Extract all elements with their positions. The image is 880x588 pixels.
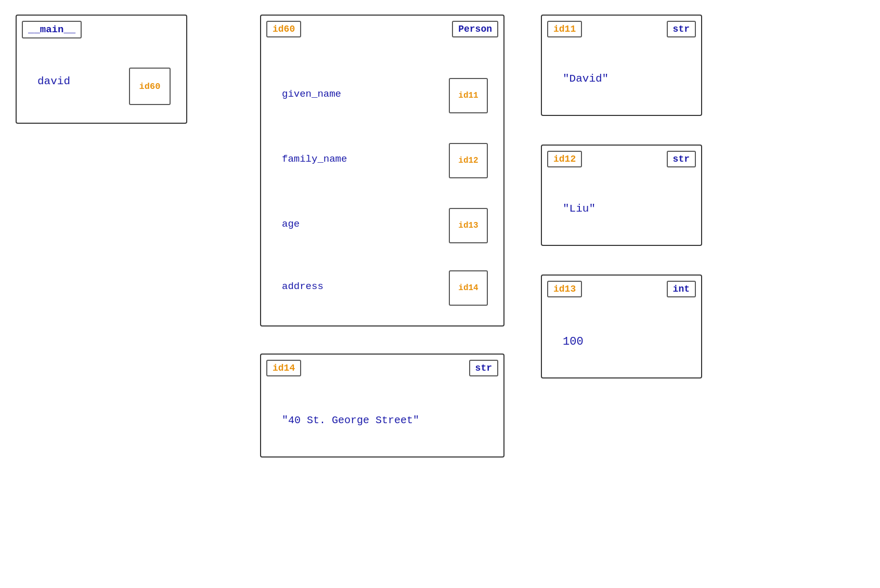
id14-type-tag: str xyxy=(469,360,498,376)
person-id-label: id60 xyxy=(273,24,295,34)
id13-value: 100 xyxy=(563,335,584,348)
id13-label: id13 xyxy=(553,284,576,294)
id13-type-tag: int xyxy=(667,281,696,297)
address-ref: id14 xyxy=(449,270,488,306)
main-label-text: __main__ xyxy=(28,24,75,35)
id12-type-tag: str xyxy=(667,151,696,167)
id12-tag: id12 xyxy=(547,151,582,167)
main-label-tag: __main__ xyxy=(22,21,82,38)
person-type-label: Person xyxy=(458,24,492,34)
given-name-label: given_name xyxy=(282,88,341,100)
given-name-ref-label: id11 xyxy=(458,91,478,100)
id14-type-label: str xyxy=(475,363,492,373)
diagram-canvas: __main__ david id60 id60 Person given_na… xyxy=(0,0,880,588)
id11-label: id11 xyxy=(553,24,576,34)
age-label: age xyxy=(282,218,300,230)
family-name-ref: id12 xyxy=(449,143,488,178)
age-ref-label: id13 xyxy=(458,221,478,230)
david-label: david xyxy=(37,75,70,87)
id13-box: id13 int 100 xyxy=(541,275,702,378)
person-box: id60 Person given_name id11 family_name … xyxy=(260,15,504,326)
id14-box: id14 str "40 St. George Street" xyxy=(260,354,504,458)
id12-type-label: str xyxy=(673,154,690,164)
id14-tag: id14 xyxy=(266,360,301,376)
family-name-label: family_name xyxy=(282,153,347,165)
id11-type-tag: str xyxy=(667,21,696,37)
id12-box: id12 str "Liu" xyxy=(541,145,702,246)
id14-label: id14 xyxy=(273,363,295,373)
age-ref: id13 xyxy=(449,208,488,243)
address-ref-label: id14 xyxy=(458,283,478,293)
id12-label: id12 xyxy=(553,154,576,164)
address-label: address xyxy=(282,281,323,292)
id14-value: "40 St. George Street" xyxy=(282,414,419,426)
main-id60-ref: id60 xyxy=(129,68,171,105)
id11-type-label: str xyxy=(673,24,690,34)
id11-box: id11 str "David" xyxy=(541,15,702,116)
id13-tag: id13 xyxy=(547,281,582,297)
main-box: __main__ david id60 xyxy=(16,15,187,124)
id13-type-label: int xyxy=(673,284,690,294)
person-type-tag: Person xyxy=(452,21,498,37)
id11-tag: id11 xyxy=(547,21,582,37)
given-name-ref: id11 xyxy=(449,78,488,113)
main-id60-ref-label: id60 xyxy=(139,82,161,92)
person-id-tag: id60 xyxy=(266,21,301,37)
id12-value: "Liu" xyxy=(563,203,596,215)
id11-value: "David" xyxy=(563,73,609,85)
family-name-ref-label: id12 xyxy=(458,156,478,165)
